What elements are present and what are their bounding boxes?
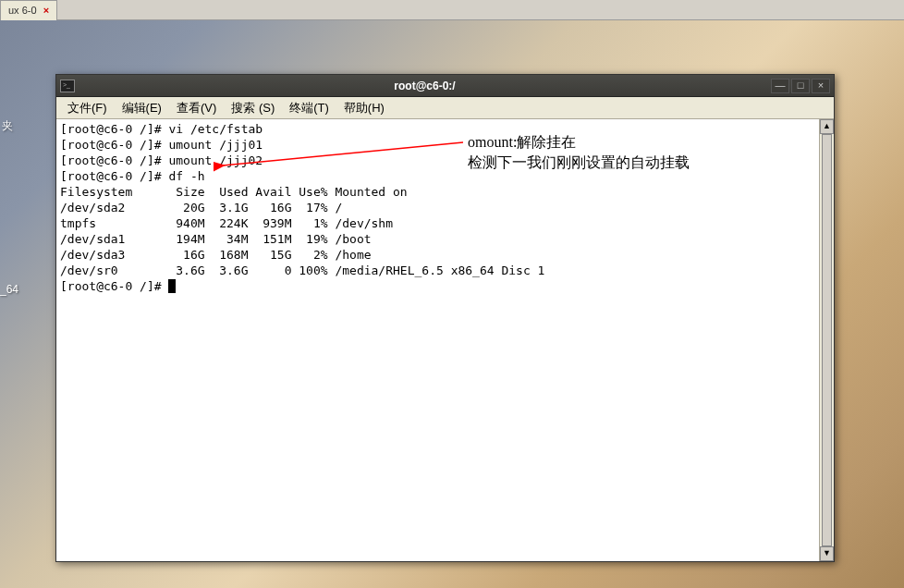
menu-file[interactable]: 文件(F) — [60, 97, 115, 119]
annotation-line: 检测下一我们刚刚设置的自动挂载 — [468, 153, 690, 173]
terminal-line: /dev/sr0 3.6G 3.6G 0 100% /media/RHEL_6.… — [60, 263, 544, 277]
menu-terminal[interactable]: 终端(T) — [282, 97, 336, 119]
terminal-content[interactable]: [root@c6-0 /]# vi /etc/fstab [root@c6-0 … — [56, 119, 834, 296]
minimize-button[interactable]: — — [771, 79, 789, 93]
menubar: 文件(F) 编辑(E) 查看(V) 搜索 (S) 终端(T) 帮助(H) — [56, 97, 834, 119]
scroll-thumb[interactable] — [822, 134, 832, 546]
terminal-line: [root@c6-0 /]# umount /jjj01 — [60, 138, 263, 152]
annotation-line: omount:解除挂在 — [468, 132, 690, 153]
terminal-body[interactable]: [root@c6-0 /]# vi /etc/fstab [root@c6-0 … — [56, 119, 834, 561]
scroll-down-button[interactable]: ▼ — [820, 546, 834, 561]
terminal-line: [root@c6-0 /]# umount /jjj02 — [60, 153, 263, 167]
vertical-scrollbar[interactable]: ▲ ▼ — [819, 119, 834, 561]
window-buttons: — □ × — [771, 79, 830, 93]
terminal-line: /dev/sda3 16G 168M 15G 2% /home — [60, 248, 372, 262]
menu-help[interactable]: 帮助(H) — [336, 97, 392, 119]
menu-search[interactable]: 搜索 (S) — [224, 97, 282, 119]
tab-close-icon[interactable]: × — [43, 5, 49, 16]
terminal-line: [root@c6-0 /]# vi /etc/fstab — [60, 122, 263, 136]
scroll-up-button[interactable]: ▲ — [820, 119, 834, 134]
terminal-icon — [60, 80, 75, 92]
menu-edit[interactable]: 编辑(E) — [115, 97, 169, 119]
desktop-item-label: 夹 — [2, 118, 13, 134]
terminal-line: tmpfs 940M 224K 939M 1% /dev/shm — [60, 216, 393, 230]
terminal-line: /dev/sda2 20G 3.1G 16G 17% / — [60, 201, 342, 214]
menu-view[interactable]: 查看(V) — [169, 97, 224, 119]
terminal-prompt: [root@c6-0 /]# — [60, 279, 168, 293]
window-title: root@c6-0:/ — [79, 80, 771, 92]
annotation-text: omount:解除挂在 检测下一我们刚刚设置的自动挂载 — [468, 132, 690, 173]
terminal-line: Filesystem Size Used Avail Use% Mounted … — [60, 185, 408, 199]
terminal-line: /dev/sda1 194M 34M 151M 19% /boot — [60, 232, 372, 246]
tab-bar: ux 6-0 × — [0, 0, 904, 20]
desktop-item-label: _64 — [0, 283, 18, 296]
cursor-icon — [168, 279, 176, 293]
terminal-line: [root@c6-0 /]# df -h — [60, 169, 205, 183]
tab-label: ux 6-0 — [8, 5, 37, 16]
terminal-window: root@c6-0:/ — □ × 文件(F) 编辑(E) 查看(V) 搜索 (… — [55, 74, 835, 562]
vm-tab[interactable]: ux 6-0 × — [0, 0, 57, 20]
titlebar[interactable]: root@c6-0:/ — □ × — [56, 75, 834, 97]
close-button[interactable]: × — [812, 79, 830, 93]
maximize-button[interactable]: □ — [791, 79, 810, 93]
